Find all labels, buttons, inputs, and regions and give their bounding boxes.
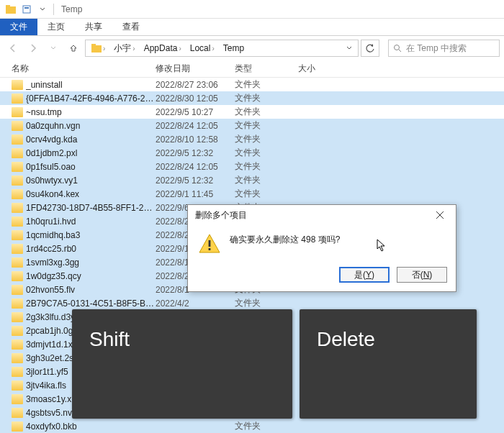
- file-name: _uninstall: [26, 80, 156, 90]
- svg-rect-2: [23, 6, 30, 13]
- file-name: 2B79C7A5-0131-4C51-B8F5-B3EA469...: [26, 298, 156, 309]
- folder-icon: [12, 80, 23, 90]
- folder-icon: [12, 162, 23, 172]
- file-name: 1rd4cc25.rb0: [26, 244, 156, 254]
- refresh-button[interactable]: [361, 40, 379, 57]
- folder-app-icon: [5, 4, 17, 15]
- file-type: 文件夹: [235, 119, 298, 132]
- file-date: 2022/8/27 23:06: [156, 80, 235, 90]
- dialog-no-button[interactable]: 否(N): [397, 267, 447, 283]
- file-row[interactable]: 2B79C7A5-0131-4C51-B8F5-B3EA469...2022/4…: [0, 296, 504, 310]
- file-row[interactable]: 0a0zquhn.vgn2022/8/24 12:05文件夹: [0, 119, 504, 132]
- quick-dropdown-icon[interactable]: [37, 4, 48, 15]
- file-date: 2022/8/10 12:58: [156, 135, 235, 145]
- back-button[interactable]: [4, 40, 22, 57]
- file-type: 文件夹: [235, 147, 298, 159]
- col-name[interactable]: 名称: [12, 63, 156, 75]
- tab-share[interactable]: 共享: [75, 19, 112, 35]
- svg-rect-1: [6, 5, 10, 8]
- file-name: 02hvon55.flv: [26, 285, 156, 295]
- dialog-yes-button[interactable]: 是(Y): [339, 267, 390, 283]
- folder-icon: [12, 257, 23, 268]
- recent-dropdown[interactable]: [45, 40, 62, 57]
- tab-file[interactable]: 文件: [0, 19, 37, 35]
- file-row[interactable]: 0crv4vdg.kda2022/8/10 12:58文件夹: [0, 132, 504, 146]
- file-date: 2022/4/2: [156, 298, 235, 309]
- up-button[interactable]: [65, 40, 82, 57]
- file-row[interactable]: 0p1fsul5.oao2022/8/24 12:05文件夹: [0, 160, 504, 173]
- folder-icon: [12, 326, 23, 336]
- svg-rect-5: [91, 44, 96, 47]
- folder-icon: [12, 148, 23, 158]
- file-row[interactable]: 0s0hwtyx.vy12022/9/5 12:32文件夹: [0, 173, 504, 187]
- key-overlay-delete: Delete: [300, 309, 477, 419]
- forward-button[interactable]: [24, 40, 42, 57]
- svg-rect-3: [24, 7, 29, 9]
- file-name: 1h0qru1i.hvd: [26, 216, 156, 227]
- file-name: 0s0hwtyx.vy1: [26, 176, 156, 186]
- folder-icon: [12, 203, 23, 213]
- svg-point-6: [395, 45, 400, 50]
- window-titlebar: Temp: [0, 0, 504, 19]
- file-name: 1qcmidhq.ba3: [26, 230, 156, 240]
- dialog-buttons: 是(Y) 否(N): [188, 261, 456, 291]
- ribbon-tabs: 文件 主页 共享 查看: [0, 19, 504, 36]
- file-type: 文件夹: [235, 160, 298, 173]
- key-overlay-shift: Shift: [72, 309, 292, 419]
- breadcrumb[interactable]: › 小宇 › AppData › Local › Temp: [85, 40, 359, 57]
- breadcrumb-seg-0[interactable]: 小宇 ›: [109, 42, 139, 55]
- file-date: 2022/8/24 12:05: [156, 162, 235, 172]
- folder-icon: [12, 285, 23, 295]
- folder-icon: [12, 94, 23, 104]
- file-name: ~nsu.tmp: [26, 107, 156, 117]
- file-name: 1w0dgz35.qcy: [26, 271, 156, 281]
- close-icon: [436, 211, 444, 219]
- breadcrumb-root-icon[interactable]: ›: [87, 44, 109, 53]
- column-headers: 名称 修改日期 类型 大小: [0, 60, 504, 78]
- col-size[interactable]: 大小: [298, 63, 348, 75]
- folder-icon: [12, 421, 23, 432]
- file-name: 0su4kon4.kex: [26, 189, 156, 199]
- folder-icon: [12, 121, 23, 131]
- svg-line-7: [399, 50, 401, 52]
- file-row[interactable]: _uninstall2022/8/27 23:06文件夹: [0, 78, 504, 91]
- file-row[interactable]: 0d1jdbm2.pxl2022/9/5 12:32文件夹: [0, 146, 504, 160]
- folder-icon: [12, 216, 23, 227]
- breadcrumb-seg-1[interactable]: AppData ›: [140, 43, 186, 53]
- file-date: 2022/8/30 12:05: [156, 94, 235, 104]
- file-type: 文件夹: [235, 420, 298, 432]
- search-placeholder: 在 Temp 中搜索: [406, 42, 467, 55]
- breadcrumb-seg-3[interactable]: Temp: [219, 43, 248, 53]
- col-date[interactable]: 修改日期: [156, 63, 235, 75]
- search-input[interactable]: 在 Temp 中搜索: [388, 40, 500, 57]
- file-date: 2022/9/5 10:27: [156, 107, 235, 117]
- file-type: 文件夹: [235, 133, 298, 145]
- folder-icon: [12, 176, 23, 186]
- col-type[interactable]: 类型: [235, 63, 298, 75]
- navbar: › 小宇 › AppData › Local › Temp 在 Temp 中搜索: [0, 36, 504, 60]
- folder-icon: [12, 244, 23, 254]
- file-type: 文件夹: [235, 92, 298, 104]
- breadcrumb-dropdown-icon[interactable]: [342, 45, 356, 51]
- file-row[interactable]: 0su4kon4.kex2022/9/1 11:45文件夹: [0, 187, 504, 201]
- folder-icon: [12, 367, 23, 377]
- file-name: 0p1fsul5.oao: [26, 162, 156, 172]
- folder-icon: [12, 339, 23, 350]
- file-date: 2022/9/5 12:32: [156, 176, 235, 186]
- dialog-close-button[interactable]: [428, 207, 451, 223]
- key-label-delete: Delete: [317, 328, 375, 351]
- file-type: 文件夹: [235, 106, 298, 118]
- properties-icon[interactable]: [21, 4, 32, 15]
- folder-icon: [12, 135, 23, 145]
- tab-view[interactable]: 查看: [112, 19, 150, 35]
- file-name: {0FFA1B47-42F6-4946-A776-2CA55EC...: [26, 94, 156, 104]
- folder-icon: [12, 353, 23, 363]
- breadcrumb-seg-2[interactable]: Local ›: [186, 43, 219, 53]
- file-name: 0a0zquhn.vgn: [26, 121, 156, 131]
- file-row[interactable]: {0FFA1B47-42F6-4946-A776-2CA55EC...2022/…: [0, 91, 504, 105]
- file-row[interactable]: ~nsu.tmp2022/9/5 10:27文件夹: [0, 105, 504, 119]
- tab-home[interactable]: 主页: [37, 19, 75, 35]
- key-label-shift: Shift: [89, 328, 130, 351]
- file-row[interactable]: 4oxdyfx0.bkb文件夹: [0, 419, 504, 433]
- file-name: 0crv4vdg.kda: [26, 135, 156, 145]
